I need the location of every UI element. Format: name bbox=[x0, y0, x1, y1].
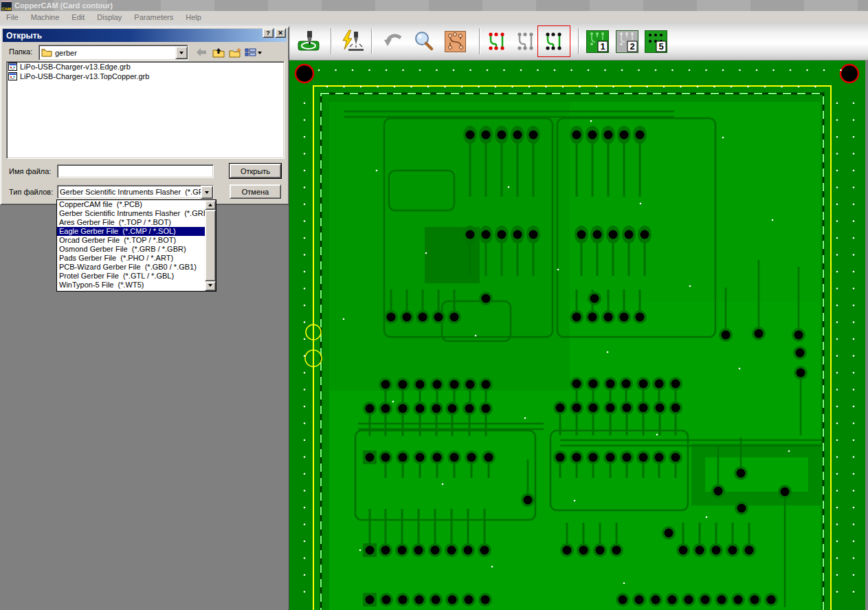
dialog-titlebar[interactable]: Открыть bbox=[3, 29, 287, 42]
pcb-board-svg bbox=[289, 61, 865, 610]
tracks-pads-selected-button[interactable] bbox=[539, 27, 569, 56]
engrave-spark-button[interactable] bbox=[337, 27, 367, 56]
open-file-dialog: Открыть ? ✕ Папка: gerber bbox=[0, 26, 289, 205]
view-menu-button[interactable] bbox=[243, 45, 263, 59]
file-list[interactable]: LiPo-USB-Charger-v13.Edge.grbLiPo-USB-Ch… bbox=[6, 61, 285, 159]
tracks-pads-gray-button[interactable] bbox=[511, 27, 541, 56]
filetype-option[interactable]: Osmond Gerber File (*.GRB / *.GBR) bbox=[57, 245, 205, 254]
filetype-options: CopperCAM file (*.PCB)Gerber Scientific … bbox=[57, 200, 205, 291]
file-name: LiPo-USB-Charger-v13.TopCopper.grb bbox=[20, 72, 149, 80]
tracks-pads-selected-icon bbox=[544, 31, 564, 52]
up-one-level-button[interactable] bbox=[211, 45, 226, 59]
coppercam-window: CAM CopperCAM (Card contour) FileMachine… bbox=[0, 0, 868, 610]
open-button[interactable]: Открыть bbox=[230, 164, 281, 178]
layer-2-button[interactable]: 2 bbox=[614, 27, 639, 56]
file-name: LiPo-USB-Charger-v13.Edge.grb bbox=[20, 63, 131, 71]
filetype-combobox-arrow[interactable] bbox=[201, 186, 213, 199]
scroll-thumb[interactable] bbox=[205, 210, 216, 281]
filetype-combobox[interactable]: Gerber Scientific Intruments Flasher (*.… bbox=[57, 185, 214, 199]
pcb-canvas[interactable] bbox=[289, 61, 865, 610]
dropdown-scrollbar[interactable] bbox=[205, 200, 216, 291]
menu-item-machine[interactable]: Machine bbox=[25, 12, 66, 22]
app-icon: CAM bbox=[1, 1, 12, 11]
filename-input[interactable] bbox=[57, 164, 214, 178]
undo-icon bbox=[383, 32, 405, 51]
dialog-title: Открыть bbox=[6, 31, 42, 41]
new-folder-icon bbox=[229, 47, 242, 58]
menu-item-edit[interactable]: Edit bbox=[65, 12, 91, 22]
copper-board-button[interactable] bbox=[440, 27, 470, 56]
filetype-combobox-value: Gerber Scientific Intruments Flasher (*.… bbox=[58, 188, 201, 196]
filetype-label: Тип файлов: bbox=[9, 188, 53, 196]
toolbar-separator bbox=[479, 28, 480, 54]
menu-bar: FileMachineEditDisplayParametersHelp bbox=[0, 11, 868, 23]
folder-icon bbox=[41, 48, 52, 57]
filetype-option[interactable]: Eagle Gerber File (*.CMP / *.SOL) bbox=[57, 227, 205, 236]
mill-contour-icon bbox=[298, 30, 321, 53]
filetype-dropdown-list: CopperCAM file (*.PCB)Gerber Scientific … bbox=[56, 199, 216, 292]
folder-combobox-value: gerber bbox=[55, 49, 77, 57]
filetype-option[interactable]: PCB-Wizard Gerber File (*.GB0 / *.GB1) bbox=[57, 263, 205, 272]
filetype-option[interactable]: CopperCAM file (*.PCB) bbox=[57, 200, 205, 209]
undo-button[interactable] bbox=[379, 27, 409, 56]
zoom-icon bbox=[412, 30, 434, 52]
filetype-option[interactable]: Ares Gerber File (*.TOP / *.BOT) bbox=[57, 218, 205, 227]
folder-label: Папка: bbox=[9, 47, 32, 56]
zoom-button[interactable] bbox=[408, 27, 438, 56]
toolbar-separator bbox=[578, 28, 579, 54]
scroll-up-button[interactable] bbox=[205, 200, 216, 210]
layer-2-icon: 2 bbox=[616, 30, 638, 53]
layer-1-button[interactable]: 1 bbox=[585, 27, 610, 56]
new-folder-button[interactable] bbox=[227, 45, 243, 59]
cancel-button[interactable]: Отмена bbox=[230, 184, 281, 199]
folder-up-icon bbox=[212, 47, 225, 58]
layer-1-icon: 1 bbox=[586, 30, 609, 53]
filetype-option[interactable]: Pads Gerber File (*.PHO / *.ART) bbox=[57, 254, 205, 263]
copper-board-icon bbox=[445, 31, 466, 52]
filetype-option[interactable]: Gerber Scientific Intruments Flasher (*.… bbox=[57, 209, 205, 218]
folder-combobox[interactable]: gerber bbox=[38, 45, 188, 61]
engrave-spark-icon bbox=[340, 30, 364, 53]
filetype-option[interactable]: WinTypon-5 File (*.WT5) bbox=[57, 281, 205, 290]
filetype-option[interactable]: Protel Gerber File (*.GTL / *.GBL) bbox=[57, 272, 205, 281]
gerber-file-icon bbox=[8, 63, 17, 71]
filetype-option[interactable]: Orcad Gerber File (*.TOP / *.BOT) bbox=[57, 236, 205, 245]
back-arrow-icon bbox=[196, 47, 207, 57]
dialog-close-button[interactable]: ✕ bbox=[275, 28, 286, 38]
layer-5-drills-icon: 5 bbox=[645, 30, 667, 53]
tracks-pads-red-icon bbox=[487, 31, 507, 52]
mill-contour-button[interactable] bbox=[294, 27, 324, 56]
menu-item-display[interactable]: Display bbox=[91, 12, 128, 22]
toolbar-separator bbox=[331, 28, 332, 54]
view-menu-icon bbox=[245, 47, 256, 57]
menu-item-parameters[interactable]: Parameters bbox=[128, 12, 179, 22]
window-title: CopperCAM (Card contour) bbox=[14, 1, 113, 10]
tracks-pads-red-button[interactable] bbox=[482, 27, 512, 56]
scroll-down-button[interactable] bbox=[205, 281, 216, 291]
view-menu-caret bbox=[258, 52, 262, 56]
menu-item-file[interactable]: File bbox=[0, 12, 25, 22]
svg-text:2: 2 bbox=[630, 41, 634, 52]
gerber-file-icon bbox=[8, 72, 17, 80]
svg-text:5: 5 bbox=[658, 41, 663, 52]
file-list-item[interactable]: LiPo-USB-Charger-v13.Edge.grb bbox=[7, 62, 284, 72]
toolbar-separator bbox=[371, 28, 372, 54]
menu-item-help[interactable]: Help bbox=[179, 12, 208, 22]
tracks-pads-gray-icon bbox=[515, 31, 536, 52]
svg-text:1: 1 bbox=[600, 41, 605, 52]
file-list-item[interactable]: LiPo-USB-Charger-v13.TopCopper.grb bbox=[7, 72, 284, 81]
window-titlebar[interactable]: CAM CopperCAM (Card contour) bbox=[0, 0, 868, 11]
layer-5-drills-button[interactable]: 5 bbox=[643, 27, 668, 56]
back-button[interactable] bbox=[194, 45, 209, 59]
folder-combobox-arrow[interactable] bbox=[175, 46, 188, 59]
dialog-help-button[interactable]: ? bbox=[263, 28, 274, 38]
filename-label: Имя файла: bbox=[9, 167, 51, 175]
